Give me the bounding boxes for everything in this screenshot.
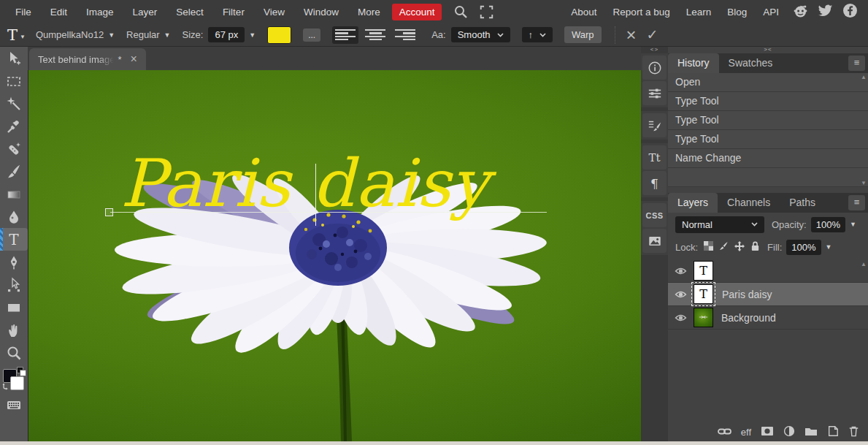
menu-edit[interactable]: Edit — [41, 7, 77, 18]
lock-position-icon[interactable] — [734, 241, 745, 254]
new-group-icon[interactable] — [804, 426, 818, 439]
properties-panel-icon[interactable] — [642, 81, 667, 105]
visibility-eye-icon[interactable] — [675, 290, 687, 299]
layer-row-background[interactable]: Background — [668, 306, 868, 330]
align-right-button[interactable] — [392, 26, 418, 44]
chevron-down-icon[interactable]: ▼ — [850, 221, 856, 228]
font-size-input[interactable]: 67 px — [208, 27, 245, 42]
move-tool[interactable] — [0, 47, 28, 69]
chevron-down-icon[interactable]: ▼ — [249, 31, 256, 39]
opacity-input[interactable]: 100% — [811, 217, 845, 232]
brush-settings-panel-icon[interactable] — [642, 113, 667, 137]
lock-transparency-icon[interactable] — [704, 241, 713, 253]
orientation-select[interactable]: ↑ — [522, 27, 553, 42]
text-color-swatch[interactable] — [267, 26, 291, 44]
align-left-button[interactable] — [332, 26, 358, 44]
close-tab-icon[interactable]: × — [131, 53, 137, 65]
spot-heal-tool[interactable] — [0, 137, 28, 160]
more-options-button[interactable]: ... — [303, 28, 320, 42]
path-select-tool[interactable] — [0, 273, 28, 296]
blend-mode-select[interactable]: Normal — [675, 216, 764, 233]
history-step-name-change[interactable]: Name Change — [668, 149, 868, 168]
visibility-eye-icon[interactable] — [675, 267, 687, 275]
cancel-edit-icon[interactable]: × — [626, 26, 637, 44]
pen-tool[interactable] — [0, 251, 28, 273]
tab-paths[interactable]: Paths — [780, 193, 825, 213]
zoom-tool[interactable] — [0, 341, 28, 364]
tab-history[interactable]: History — [668, 53, 719, 73]
font-family-select[interactable]: QumpellkaNo12 ▼ — [36, 29, 115, 40]
eyedropper-tool[interactable] — [0, 115, 28, 137]
history-step-type-tool[interactable]: Type Tool — [668, 92, 868, 111]
brush-tool[interactable] — [0, 160, 28, 183]
layer-row-text-empty[interactable]: T — [668, 259, 868, 283]
twitter-icon[interactable] — [818, 3, 833, 20]
confirm-edit-icon[interactable]: ✓ — [647, 26, 658, 43]
color-swatches[interactable] — [3, 367, 25, 389]
visibility-eye-icon[interactable] — [675, 313, 687, 322]
character-panel-icon[interactable]: Tt — [642, 145, 667, 170]
swap-colors-icon[interactable] — [2, 383, 9, 390]
history-menu-icon[interactable]: ≡ — [848, 56, 865, 71]
link-report-a-bug[interactable]: Report a bug — [605, 7, 678, 18]
link-blog[interactable]: Blog — [719, 7, 755, 18]
account-button[interactable]: Account — [392, 4, 442, 20]
collapse-panel-icon[interactable]: >< — [668, 47, 868, 53]
history-step-type-tool[interactable]: Type Tool — [668, 111, 868, 130]
history-step-type-tool[interactable]: Type Tool — [668, 130, 868, 149]
document-canvas[interactable]: Paris daisy — [28, 70, 642, 441]
layers-menu-icon[interactable]: ≡ — [848, 195, 865, 210]
link-about[interactable]: About — [563, 7, 604, 18]
layer-effects-button[interactable]: eff — [741, 427, 751, 438]
info-panel-icon[interactable] — [642, 56, 667, 80]
rectangle-tool[interactable] — [0, 296, 28, 319]
keyboard-icon[interactable] — [0, 393, 28, 416]
chevron-down-icon[interactable]: ▼ — [826, 243, 832, 251]
layer-row-paris-daisy[interactable]: T Paris daisy — [668, 283, 868, 306]
marquee-tool[interactable] — [0, 69, 28, 92]
magic-wand-tool[interactable] — [0, 92, 28, 115]
facebook-icon[interactable] — [842, 3, 858, 20]
tab-channels[interactable]: Channels — [718, 193, 780, 213]
link-learn[interactable]: Learn — [678, 7, 720, 18]
scroll-down-icon[interactable]: ▼ — [861, 180, 867, 186]
align-center-button[interactable] — [362, 26, 388, 44]
reddit-icon[interactable] — [793, 3, 808, 20]
layer-mask-icon[interactable] — [761, 426, 774, 439]
collapse-strip-icon[interactable]: <> — [641, 47, 668, 53]
blur-tool[interactable] — [0, 205, 28, 228]
lock-pixels-icon[interactable] — [719, 241, 729, 253]
menu-image[interactable]: Image — [77, 7, 123, 18]
image-panel-icon[interactable] — [642, 229, 667, 253]
text-baseline-handle[interactable] — [105, 208, 113, 216]
antialias-select[interactable]: Smooth — [451, 27, 510, 42]
link-api[interactable]: API — [755, 7, 787, 18]
search-icon[interactable] — [453, 4, 468, 19]
type-tool-indicator[interactable]: T ▼ — [7, 28, 26, 42]
background-color-swatch[interactable] — [10, 376, 24, 390]
link-layers-icon[interactable] — [718, 426, 731, 439]
menu-window[interactable]: Window — [294, 7, 348, 18]
warp-button[interactable]: Warp — [564, 26, 602, 43]
menu-filter[interactable]: Filter — [213, 7, 254, 18]
lock-all-icon[interactable] — [750, 241, 760, 254]
menu-file[interactable]: File — [6, 7, 41, 18]
delete-layer-icon[interactable] — [848, 425, 859, 440]
gradient-tool[interactable] — [0, 183, 28, 205]
scroll-up-icon[interactable]: ▲ — [861, 74, 867, 80]
scroll-up-icon[interactable]: ▲ — [861, 261, 867, 267]
adjustment-layer-icon[interactable] — [783, 425, 795, 440]
tab-swatches[interactable]: Swatches — [719, 53, 783, 73]
tab-layers[interactable]: Layers — [668, 193, 718, 213]
text-layer-content[interactable]: Paris daisy — [120, 151, 489, 216]
type-tool[interactable]: T — [0, 228, 28, 251]
menu-select[interactable]: Select — [166, 7, 213, 18]
new-layer-icon[interactable] — [827, 425, 839, 440]
menu-layer[interactable]: Layer — [123, 7, 167, 18]
font-style-select[interactable]: Regular ▼ — [126, 29, 170, 40]
document-tab[interactable]: Text behind image * × — [29, 48, 146, 70]
fullscreen-icon[interactable] — [480, 5, 493, 19]
menu-view[interactable]: View — [254, 7, 294, 18]
paragraph-panel-icon[interactable]: ¶ — [642, 171, 667, 195]
history-step-open[interactable]: Open — [668, 73, 868, 92]
